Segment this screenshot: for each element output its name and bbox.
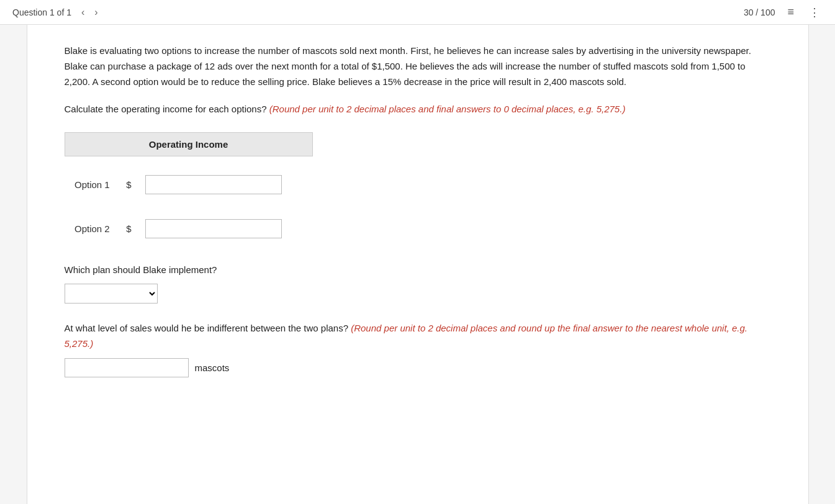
indifferent-plain: At what level of sales would he be indif… — [65, 323, 351, 333]
top-bar: Question 1 of 1 ‹ › 30 / 100 ≡ ⋮ — [0, 0, 835, 25]
top-bar-left: Question 1 of 1 ‹ › — [12, 6, 102, 19]
indifferent-input-row: mascots — [65, 358, 771, 377]
income-table: Operating Income Option 1 $ Option 2 $ — [65, 132, 313, 245]
list-icon-button[interactable]: ≡ — [785, 4, 797, 20]
table-row-option2: Option 2 $ — [65, 213, 312, 245]
plan-select[interactable]: Option 1 Option 2 — [65, 284, 158, 304]
indifferent-input[interactable] — [65, 358, 189, 377]
plan-question: Which plan should Blake implement? — [65, 264, 771, 275]
indifferent-text: At what level of sales would he be indif… — [65, 321, 771, 352]
table-header: Operating Income — [65, 133, 312, 156]
option2-label: Option 2 — [65, 213, 121, 245]
main-content: Blake is evaluating two options to incre… — [27, 25, 809, 504]
option1-input[interactable] — [145, 175, 282, 194]
option2-input-cell — [135, 213, 312, 245]
question-nav: ‹ › — [78, 6, 102, 19]
score-display: 30 / 100 — [744, 7, 775, 17]
question-body: Blake is evaluating two options to incre… — [65, 43, 771, 89]
prev-question-button[interactable]: ‹ — [78, 6, 88, 19]
operating-income-table-container: Operating Income Option 1 $ Option 2 $ — [65, 132, 771, 245]
table-row-option1: Option 1 $ — [65, 169, 312, 200]
option2-input[interactable] — [145, 219, 282, 238]
instruction-highlight: (Round per unit to 2 decimal places and … — [269, 104, 626, 114]
top-bar-right: 30 / 100 ≡ ⋮ — [744, 4, 823, 20]
instruction-plain: Calculate the operating income for each … — [65, 104, 269, 114]
option1-dollar-sign: $ — [121, 169, 135, 200]
question-label: Question 1 of 1 — [12, 7, 71, 17]
option1-label: Option 1 — [65, 169, 121, 200]
more-options-button[interactable]: ⋮ — [806, 4, 823, 20]
option1-input-cell — [135, 169, 312, 200]
option2-dollar-sign: $ — [121, 213, 135, 245]
instruction-line: Calculate the operating income for each … — [65, 102, 771, 117]
indifferent-section: At what level of sales would he be indif… — [65, 321, 771, 377]
mascots-label: mascots — [195, 362, 230, 373]
next-question-button[interactable]: › — [91, 6, 101, 19]
